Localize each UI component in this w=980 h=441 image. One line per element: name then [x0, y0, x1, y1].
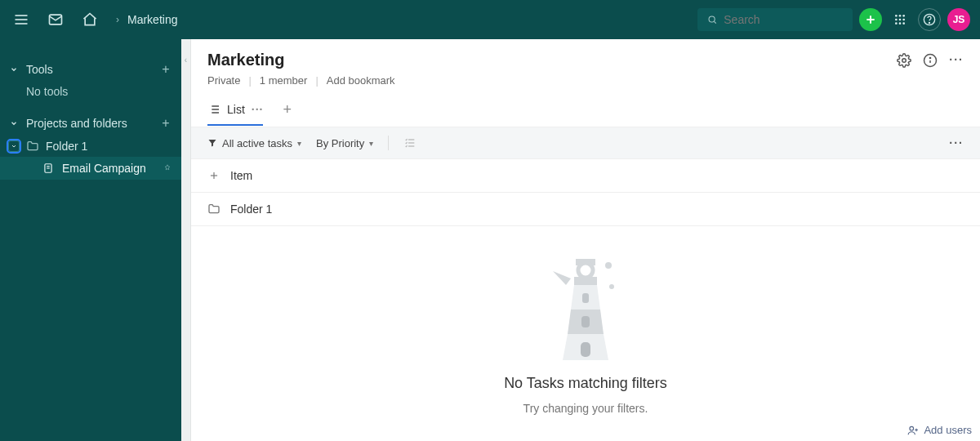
chevron-down-icon [8, 65, 20, 74]
empty-subtitle: Try changing your filters. [523, 402, 648, 415]
folder-row-label: Folder 1 [230, 203, 272, 216]
sidebar: Tools + No tools Projects and folders + … [0, 39, 181, 441]
tools-label: Tools [26, 63, 152, 76]
filter-sort[interactable]: By Priority ▾ [316, 137, 373, 149]
svg-point-38 [605, 262, 612, 269]
settings-gear-icon[interactable] [897, 53, 911, 68]
folder1-label: Folder 1 [46, 140, 87, 153]
mail-icon[interactable] [44, 8, 67, 31]
search-input[interactable] [724, 13, 843, 26]
svg-point-18 [929, 22, 929, 23]
no-tools-text: No tools [0, 82, 181, 106]
top-bar: › Marketing JS [0, 0, 980, 39]
main-content: Marketing ··· Private | 1 member [191, 39, 980, 441]
folder-icon [26, 140, 39, 153]
filter-more-icon[interactable]: ··· [949, 136, 964, 149]
view-tab-more-icon[interactable]: ··· [252, 103, 264, 116]
members-label[interactable]: 1 member [260, 74, 308, 87]
hamburger-menu-icon[interactable] [10, 8, 33, 31]
search-box[interactable] [697, 8, 853, 31]
breadcrumb-current[interactable]: Marketing [127, 13, 177, 26]
svg-point-41 [578, 263, 593, 278]
folder-row-folder1[interactable]: Folder 1 [191, 193, 980, 226]
chevron-down-icon: ▾ [297, 139, 301, 148]
page-title: Marketing [207, 51, 284, 69]
sidebar-item-folder1[interactable]: Folder 1 [0, 136, 181, 157]
svg-point-4 [709, 16, 715, 22]
add-button[interactable] [859, 8, 882, 31]
add-item-row[interactable]: Item [191, 159, 980, 193]
chevron-down-icon: ▾ [369, 139, 373, 148]
svg-rect-46 [581, 316, 590, 327]
filter-sort-label: By Priority [316, 137, 364, 149]
apps-grid-icon[interactable] [889, 8, 911, 31]
view-tab-list[interactable]: List ··· [207, 103, 263, 126]
filter-bar: All active tasks ▾ By Priority ▾ ··· [191, 127, 980, 159]
svg-point-16 [902, 22, 905, 24]
svg-point-14 [895, 22, 898, 24]
email-campaign-label: Email Campaign [62, 162, 146, 175]
sidebar-item-email-campaign[interactable]: Email Campaign [0, 157, 181, 180]
svg-point-11 [895, 19, 898, 21]
svg-point-22 [902, 58, 906, 62]
add-project-button[interactable]: + [158, 116, 173, 131]
svg-point-9 [899, 15, 902, 17]
empty-title: No Tasks matching filters [504, 375, 667, 392]
privacy-label[interactable]: Private [207, 74, 240, 87]
svg-point-8 [895, 15, 898, 17]
info-icon[interactable] [923, 53, 938, 68]
svg-point-15 [899, 22, 902, 24]
sidebar-section-projects[interactable]: Projects and folders + [0, 111, 181, 136]
subtasks-toggle-icon[interactable] [403, 136, 416, 149]
svg-point-49 [910, 426, 914, 430]
svg-point-25 [930, 57, 931, 58]
more-icon[interactable]: ··· [949, 53, 964, 68]
folder-icon [207, 203, 220, 216]
svg-point-13 [902, 19, 905, 21]
svg-point-39 [609, 284, 614, 289]
list-tab-label: List [227, 103, 245, 116]
empty-state: No Tasks matching filters Try changing y… [191, 226, 980, 441]
expand-toggle-icon[interactable] [8, 140, 20, 152]
add-view-button[interactable]: + [283, 101, 292, 127]
search-icon [707, 14, 717, 25]
breadcrumb-separator: › [116, 14, 119, 25]
svg-rect-48 [581, 342, 590, 357]
plus-icon [207, 170, 220, 181]
svg-point-12 [899, 19, 902, 21]
add-users-icon [907, 425, 919, 436]
add-users-label: Add users [924, 424, 972, 436]
chevron-down-icon [8, 119, 20, 127]
list-icon [207, 103, 220, 116]
help-icon[interactable] [918, 8, 941, 31]
filter-icon [207, 138, 217, 148]
user-avatar[interactable]: JS [947, 8, 970, 31]
svg-marker-37 [553, 271, 571, 285]
sidebar-section-tools[interactable]: Tools + [0, 57, 181, 82]
sidebar-collapse-handle[interactable]: ‹ [181, 39, 191, 441]
filter-tasks-label: All active tasks [222, 137, 292, 149]
lighthouse-illustration [537, 251, 635, 365]
svg-point-10 [902, 15, 905, 17]
svg-line-5 [715, 21, 716, 23]
add-users-button[interactable]: Add users [907, 424, 972, 436]
home-icon[interactable] [78, 8, 101, 31]
svg-rect-42 [574, 277, 597, 285]
bookmark-link[interactable]: Add bookmark [327, 74, 395, 87]
pin-icon[interactable] [162, 163, 173, 174]
svg-rect-44 [582, 293, 589, 303]
filter-tasks[interactable]: All active tasks ▾ [207, 137, 301, 149]
project-icon [42, 163, 54, 174]
add-item-label: Item [230, 169, 252, 182]
add-tool-button[interactable]: + [158, 62, 173, 77]
projects-label: Projects and folders [26, 117, 152, 130]
